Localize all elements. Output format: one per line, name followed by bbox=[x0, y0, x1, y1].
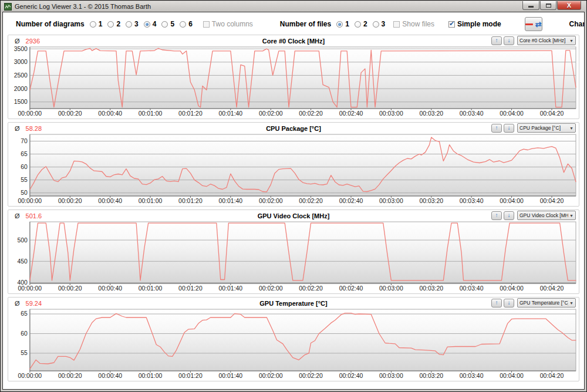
svg-text:70: 70 bbox=[21, 138, 28, 144]
channel-select[interactable]: Core #0 Clock [MHz]▼ bbox=[517, 36, 576, 45]
maximize-icon bbox=[546, 4, 551, 8]
svg-text:00:00:20: 00:00:20 bbox=[58, 110, 82, 117]
svg-text:2500: 2500 bbox=[14, 72, 28, 79]
chart-plot: 40045050000:00:0000:00:2000:00:4000:01:0… bbox=[10, 221, 577, 292]
svg-text:00:02:40: 00:02:40 bbox=[339, 198, 363, 204]
radio-icon[interactable] bbox=[355, 21, 361, 28]
chart-plot: 55606500:00:0000:00:2000:00:4000:01:0000… bbox=[10, 308, 577, 380]
chevron-down-icon: ▼ bbox=[569, 126, 573, 130]
radio-diagrams-2[interactable]: 2 bbox=[107, 20, 120, 28]
chart-controls: ↑ ↓ CPU Package [°C]▼ bbox=[490, 123, 576, 133]
sync-arrows-icon: ⇄ bbox=[535, 21, 542, 28]
radio-icon[interactable] bbox=[90, 21, 96, 28]
channel-select[interactable]: CPU Package [°C]▼ bbox=[517, 123, 576, 133]
svg-text:00:04:00: 00:04:00 bbox=[500, 198, 524, 204]
minimize-button[interactable] bbox=[522, 1, 539, 10]
radio-selected-icon[interactable] bbox=[336, 21, 343, 28]
checkbox-icon[interactable] bbox=[393, 21, 400, 28]
svg-text:00:03:00: 00:03:00 bbox=[379, 373, 403, 379]
chart-move-up-button[interactable]: ↑ bbox=[491, 299, 502, 307]
checkbox-checked-icon[interactable] bbox=[448, 21, 455, 28]
arrow-up-icon: ↑ bbox=[495, 38, 498, 43]
chart-header: Ø 501.6 GPU Video Clock [MHz] ↑ ↓ GPU Vi… bbox=[10, 211, 577, 221]
svg-text:00:02:20: 00:02:20 bbox=[299, 373, 323, 379]
chevron-down-icon: ▼ bbox=[569, 214, 573, 218]
svg-text:00:01:00: 00:01:00 bbox=[139, 198, 163, 204]
average-value: 58.28 bbox=[26, 125, 42, 132]
svg-text:00:02:40: 00:02:40 bbox=[339, 285, 363, 292]
chart-move-down-button[interactable]: ↓ bbox=[504, 299, 514, 307]
window-title: Generic Log Viewer 3.1 - © 2015 Thomas B… bbox=[15, 3, 151, 10]
svg-text:00:04:00: 00:04:00 bbox=[500, 285, 524, 292]
svg-text:55: 55 bbox=[21, 350, 28, 356]
line-color-refresh-button[interactable]: ⇄ bbox=[525, 17, 542, 31]
radio-icon[interactable] bbox=[107, 21, 114, 28]
svg-text:65: 65 bbox=[21, 151, 28, 157]
radio-diagrams-3[interactable]: 3 bbox=[126, 20, 139, 28]
radio-icon[interactable] bbox=[180, 21, 186, 28]
svg-text:00:01:40: 00:01:40 bbox=[219, 373, 243, 379]
checkbox-two-columns[interactable]: Two columns bbox=[203, 20, 253, 28]
radio-icon[interactable] bbox=[126, 21, 132, 28]
checkbox-show-files[interactable]: Show files bbox=[393, 20, 434, 28]
average-value: 2936 bbox=[26, 38, 40, 45]
radio-diagrams-5[interactable]: 5 bbox=[161, 20, 174, 28]
radio-diagrams-4[interactable]: 4 bbox=[144, 20, 157, 28]
svg-text:00:00:40: 00:00:40 bbox=[98, 198, 122, 204]
radio-files-3[interactable]: 3 bbox=[373, 20, 386, 28]
svg-text:00:03:20: 00:03:20 bbox=[419, 285, 443, 292]
close-button[interactable]: X bbox=[557, 1, 581, 10]
channel-select[interactable]: GPU Temperature [°C]▼ bbox=[517, 298, 576, 307]
arrow-down-icon: ↓ bbox=[508, 125, 511, 131]
maximize-button[interactable] bbox=[540, 1, 556, 10]
svg-text:50: 50 bbox=[21, 190, 28, 196]
svg-text:00:03:00: 00:03:00 bbox=[379, 110, 403, 117]
svg-text:00:03:20: 00:03:20 bbox=[419, 110, 443, 117]
label-two-columns: Two columns bbox=[212, 20, 253, 28]
svg-text:00:01:20: 00:01:20 bbox=[178, 110, 203, 117]
chevron-down-icon: ▼ bbox=[569, 301, 573, 305]
radio-icon[interactable] bbox=[161, 21, 168, 28]
svg-text:00:00:20: 00:00:20 bbox=[58, 198, 82, 204]
svg-text:00:04:20: 00:04:20 bbox=[540, 373, 564, 379]
chart-controls: ↑ ↓ Core #0 Clock [MHz]▼ bbox=[490, 36, 576, 45]
chevron-down-icon: ▼ bbox=[569, 39, 573, 43]
svg-text:00:04:20: 00:04:20 bbox=[540, 110, 564, 117]
radio-icon[interactable] bbox=[373, 21, 379, 28]
svg-text:00:02:00: 00:02:00 bbox=[259, 373, 283, 379]
app-window: Generic Log Viewer 3.1 - © 2015 Thomas B… bbox=[0, 0, 587, 392]
radio-diagrams-1[interactable]: 1 bbox=[90, 20, 103, 28]
svg-text:00:04:20: 00:04:20 bbox=[540, 198, 564, 204]
svg-text:00:03:00: 00:03:00 bbox=[379, 198, 403, 204]
radio-selected-icon[interactable] bbox=[144, 21, 150, 28]
chart-move-up-button[interactable]: ↑ bbox=[491, 36, 502, 45]
svg-text:3000: 3000 bbox=[14, 59, 28, 65]
average-symbol: Ø bbox=[15, 38, 20, 45]
svg-text:00:00:00: 00:00:00 bbox=[18, 110, 42, 117]
svg-text:00:00:00: 00:00:00 bbox=[18, 373, 42, 379]
titlebar[interactable]: Generic Log Viewer 3.1 - © 2015 Thomas B… bbox=[1, 1, 586, 12]
svg-text:00:03:20: 00:03:20 bbox=[419, 373, 443, 379]
radio-diagrams-6[interactable]: 6 bbox=[180, 20, 193, 28]
client-area: Number of diagrams 1 2 3 4 5 6 Two colum… bbox=[2, 12, 585, 390]
chart-move-up-button[interactable]: ↑ bbox=[491, 124, 502, 133]
chart-move-up-button[interactable]: ↑ bbox=[491, 211, 502, 220]
chart-move-down-button[interactable]: ↓ bbox=[504, 211, 514, 220]
svg-text:450: 450 bbox=[17, 258, 28, 265]
checkbox-icon[interactable] bbox=[203, 21, 210, 28]
radio-files-2[interactable]: 2 bbox=[355, 20, 367, 28]
arrow-down-icon: ↓ bbox=[508, 38, 511, 43]
svg-text:00:00:40: 00:00:40 bbox=[98, 110, 122, 117]
svg-text:00:02:00: 00:02:00 bbox=[259, 110, 283, 117]
radio-files-1[interactable]: 1 bbox=[336, 20, 349, 28]
average-value: 59.24 bbox=[26, 300, 42, 307]
arrow-up-icon: ↑ bbox=[495, 125, 498, 131]
chart-move-down-button[interactable]: ↓ bbox=[504, 36, 514, 45]
svg-text:00:01:00: 00:01:00 bbox=[139, 373, 163, 379]
channel-select[interactable]: GPU Video Clock [MHz]▼ bbox=[517, 211, 576, 220]
svg-text:00:02:20: 00:02:20 bbox=[299, 198, 323, 204]
arrow-down-icon: ↓ bbox=[508, 300, 511, 306]
arrow-down-icon: ↓ bbox=[508, 212, 511, 218]
chart-move-down-button[interactable]: ↓ bbox=[504, 124, 514, 133]
checkbox-simple-mode[interactable]: Simple mode bbox=[448, 20, 501, 28]
